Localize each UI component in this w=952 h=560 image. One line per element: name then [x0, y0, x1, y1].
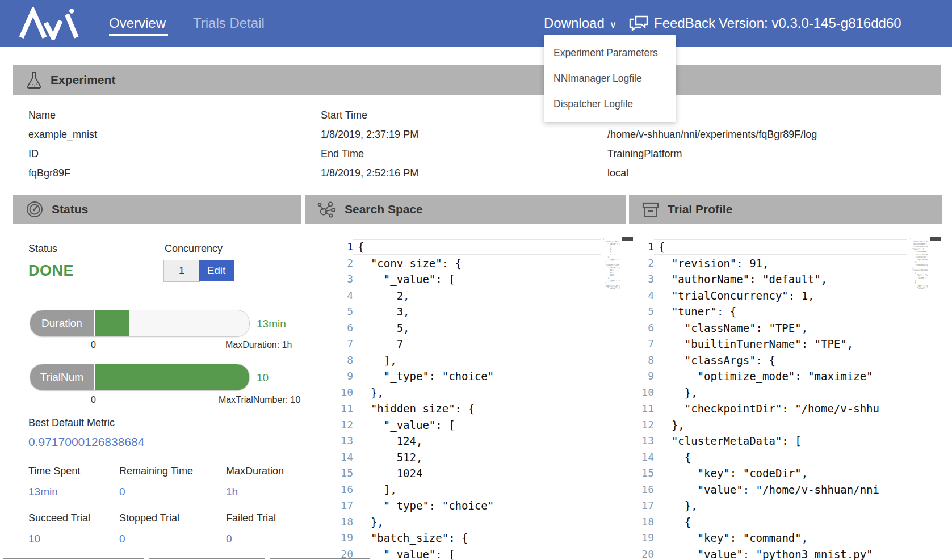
download-menu: Experiment Parameters NNImanager Logfile… [544, 35, 676, 122]
search-space-editor[interactable]: 1{2 "conv_size": {3 "_value": [4 2,5 3,6… [318, 239, 601, 560]
line-number: 9 [619, 368, 654, 385]
trial-profile-title: Trial Profile [668, 203, 732, 216]
trial-profile-editor[interactable]: 1{2 "revision": 91,3 "authorName": "defa… [619, 239, 907, 560]
code-line[interactable]: 13 124, [318, 433, 601, 449]
tab-trials-detail[interactable]: Trials Detail [193, 0, 265, 47]
tab-trials-detail-label: Trials Detail [193, 15, 265, 31]
tab-overview-underline [109, 34, 168, 36]
menu-item-nnimanager-logfile[interactable]: NNImanager Logfile [544, 66, 676, 91]
code-line[interactable]: 4 2, [318, 288, 601, 304]
code-line[interactable]: 12 }, [619, 417, 907, 433]
start-time-label: Start Time [321, 110, 367, 121]
code-line[interactable]: 12 "_value": [ [318, 417, 601, 433]
divider [149, 558, 265, 559]
experiment-header: Experiment [13, 65, 941, 95]
line-number: 6 [318, 320, 353, 336]
stat-value: 0 [226, 533, 276, 545]
code-line[interactable]: 10 }, [619, 385, 907, 401]
line-number: 19 [318, 530, 353, 546]
tab-overview[interactable]: Overview [109, 0, 166, 47]
line-number: 5 [318, 304, 353, 320]
best-metric-label: Best Default Metric [28, 417, 115, 429]
code-line[interactable]: 20 "_value": [ [318, 546, 601, 560]
code-line[interactable]: 15 "key": "codeDir", [619, 465, 907, 482]
code-line[interactable]: 17 "_type": "choice" [318, 498, 601, 514]
code-line[interactable]: 8 ], [318, 352, 601, 369]
molecule-icon [317, 200, 337, 218]
code-line[interactable]: 9 "optimize_mode": "maximize" [619, 368, 907, 385]
code-line[interactable]: 19 "key": "command", [619, 530, 907, 546]
stat-label: MaxDuration [226, 465, 284, 477]
code-line[interactable]: 20 "value": "python3 mnist.py" [619, 546, 907, 560]
code-line[interactable]: 1{ [619, 239, 907, 255]
code-line[interactable]: 11 "hidden_size": { [318, 401, 601, 417]
code-line[interactable]: 7 "builtinTunerName": "TPE", [619, 336, 907, 352]
code-line[interactable]: 6 5, [318, 320, 601, 336]
code-line[interactable]: 6 "className": "TPE", [619, 320, 907, 336]
code-line[interactable]: 5 "tuner": { [619, 304, 907, 320]
line-number: 4 [318, 288, 353, 304]
line-number: 20 [318, 546, 353, 560]
line-number: 16 [619, 482, 654, 498]
menu-item-dispatcher-logfile[interactable]: Dispatcher Logfile [544, 91, 676, 117]
status-label: Status [28, 243, 57, 255]
concurrency-input[interactable] [163, 260, 200, 282]
line-number: 8 [318, 352, 353, 369]
status-value: DONE [28, 262, 74, 280]
code-line[interactable]: 19 "batch_size": { [318, 530, 601, 546]
training-platform-value: local [607, 167, 628, 179]
code-line[interactable]: 11 "checkpointDir": "/home/v-shhu [619, 401, 907, 417]
code-line[interactable]: 3 "_value": [ [318, 271, 601, 288]
editor-scroll-indicator[interactable] [930, 237, 941, 241]
line-number: 14 [318, 449, 353, 466]
code-line[interactable]: 1{ [318, 239, 601, 255]
menu-item-experiment-parameters[interactable]: Experiment Parameters [544, 40, 676, 66]
minimap[interactable]: { "revision": 91, "authorName": "default… [910, 238, 928, 294]
code-line[interactable]: 16 ], [318, 482, 601, 498]
navbar: Overview Trials Detail Download ∨ FeedBa… [0, 0, 952, 47]
stat-value: 10 [28, 533, 90, 545]
code-line[interactable]: 10 }, [318, 385, 601, 401]
stat-failed-trial: Failed Trial 0 [226, 512, 276, 545]
line-number: 18 [318, 514, 353, 530]
version-text: Version: v0.3.0-145-g816dd60 [719, 0, 901, 47]
version-label: Version: v0.3.0-145-g816dd60 [719, 15, 901, 31]
duration-value: 13min [257, 318, 286, 330]
code-line[interactable]: 5 3, [318, 304, 601, 320]
code-line[interactable]: 9 "_type": "choice" [318, 368, 601, 385]
code-line[interactable]: 2 "conv_size": { [318, 255, 601, 272]
edit-button[interactable]: Edit [199, 260, 234, 281]
duration-progress-bar: Duration [30, 310, 250, 337]
code-line[interactable]: 18 }, [318, 514, 601, 530]
experiment-title: Experiment [51, 73, 115, 87]
trial-profile-header: Trial Profile [629, 195, 942, 224]
trialnum-bar-label: TrialNum [30, 364, 95, 390]
line-number: 11 [318, 401, 353, 417]
divider [3, 558, 144, 559]
line-number: 1 [619, 239, 654, 255]
gauge-icon [26, 200, 44, 218]
stat-remaining-time: Remaining Time 0 [119, 465, 193, 498]
feedback-icon [628, 14, 649, 33]
end-time-value: 1/8/2019, 2:52:16 PM [321, 167, 418, 179]
minimap[interactable]: { "conv_size": { "_value": [ 2, 3, 5, 7 … [603, 238, 620, 294]
line-number: 20 [619, 546, 654, 560]
stat-value: 0 [119, 533, 179, 545]
code-line[interactable]: 4 "trialConcurrency": 1, [619, 288, 907, 304]
code-line[interactable]: 14 512, [318, 449, 601, 466]
stat-stopped-trial: Stopped Trial 0 [119, 512, 179, 545]
code-line[interactable]: 8 "classArgs": { [619, 352, 907, 369]
duration-min: 0 [91, 340, 96, 350]
code-line[interactable]: 3 "authorName": "default", [619, 271, 907, 288]
code-line[interactable]: 2 "revision": 91, [619, 255, 907, 272]
code-line[interactable]: 15 1024 [318, 465, 601, 482]
code-line[interactable]: 17 }, [619, 498, 907, 514]
code-line[interactable]: 7 7 [318, 336, 601, 352]
code-line[interactable]: 18 { [619, 514, 907, 530]
code-line[interactable]: 14 { [619, 449, 907, 466]
training-platform-label: TrainingPlatform [607, 148, 682, 160]
line-number: 7 [619, 336, 654, 352]
code-line[interactable]: 13 "clusterMetaData": [ [619, 433, 907, 449]
code-line[interactable]: 16 "value": "/home/v-shhuan/nni [619, 482, 907, 498]
line-number: 10 [619, 385, 654, 401]
